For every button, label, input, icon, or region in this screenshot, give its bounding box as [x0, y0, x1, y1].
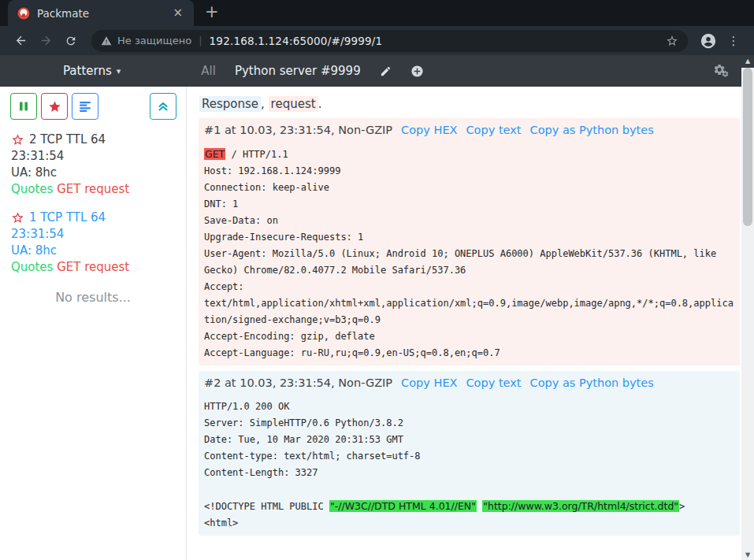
color-legend: Response, request. — [199, 97, 740, 111]
tag-get-request: GET request — [57, 260, 129, 274]
browser-toolbar: Не защищено | 192.168.1.124:65000/#/9999… — [0, 26, 754, 55]
chevron-down-icon: ▾ — [117, 66, 121, 76]
star-outline-icon[interactable] — [11, 211, 24, 224]
browser-tab[interactable]: Packmate × — [8, 0, 194, 26]
plus-circle-icon — [410, 65, 424, 78]
reload-icon — [65, 35, 77, 47]
stream-title: 2 TCP TTL 64 — [29, 132, 106, 148]
stream-list-item-selected[interactable]: 1 TCP TTL 64 23:31:54 UA: 8hc Quotes GET… — [11, 210, 186, 276]
pattern-tabs: All Python server #9999 — [201, 64, 423, 78]
stream-ua: UA: 8hc — [11, 243, 186, 259]
align-left-icon — [79, 101, 91, 112]
url-text[interactable]: 192.168.1.124:65000/#/9999/1 — [210, 35, 659, 47]
streams-sidebar: 2 TCP TTL 64 23:31:54 UA: 8hc Quotes GET… — [0, 87, 187, 560]
address-bar[interactable]: Не защищено | 192.168.1.124:65000/#/9999… — [91, 30, 688, 52]
not-secure-warning-icon[interactable] — [101, 35, 112, 46]
packet-header: #2 at 10.03, 23:31:54, Non-GZIP Copy HEX… — [202, 376, 736, 389]
copy-python-bytes-link[interactable]: Copy as Python bytes — [530, 376, 654, 389]
browser-menu-button[interactable]: ⋮ — [723, 31, 744, 51]
stream-ua: UA: 8hc — [11, 165, 186, 181]
profile-avatar[interactable] — [698, 31, 719, 51]
collapse-list-button[interactable] — [150, 93, 176, 120]
bookmark-star-icon[interactable] — [666, 35, 678, 47]
tag-quotes: Quotes — [11, 182, 53, 196]
stream-toolbar — [0, 93, 186, 120]
packet-payload: HTTP/1.0 200 OK Server: SimpleHTTP/0.6 P… — [202, 399, 736, 532]
tab-all[interactable]: All — [201, 64, 216, 78]
tag-get-request: GET request — [57, 182, 129, 196]
cogs-icon — [713, 63, 730, 79]
pause-icon — [18, 101, 29, 112]
scroll-up-arrow-icon[interactable]: ▲ — [741, 55, 754, 68]
patterns-dropdown[interactable]: Patterns ▾ — [63, 64, 121, 78]
tab-close-icon[interactable]: × — [169, 6, 186, 20]
page-body: 2 TCP TTL 64 23:31:54 UA: 8hc Quotes GET… — [0, 87, 754, 560]
tab-title: Packmate — [37, 7, 169, 20]
copy-text-link[interactable]: Copy text — [466, 376, 522, 389]
stream-title: 1 TCP TTL 64 — [29, 210, 106, 226]
packets-panel: Response, request. #1 at 10.03, 23:31:54… — [187, 87, 754, 560]
copy-hex-link[interactable]: Copy HEX — [401, 124, 457, 136]
stream-time: 23:31:54 — [11, 226, 186, 243]
back-icon — [14, 34, 28, 47]
legend-response: Response — [199, 96, 261, 112]
patterns-label: Patterns — [63, 64, 112, 78]
browser-tab-strip: Packmate × + — [0, 0, 754, 26]
packet-header: #1 at 10.03, 23:31:54, Non-GZIP Copy HEX… — [202, 123, 736, 136]
legend-request: request — [269, 96, 318, 112]
legend-separator: , — [261, 97, 269, 111]
legend-period: . — [318, 97, 322, 111]
add-pattern-button[interactable] — [410, 65, 424, 78]
packet-payload: GET / HTTP/1.1 Host: 192.168.1.124:9999 … — [202, 146, 736, 362]
copy-python-bytes-link[interactable]: Copy as Python bytes — [530, 124, 654, 136]
security-label[interactable]: Не защищено — [117, 35, 191, 46]
back-button[interactable] — [10, 31, 31, 51]
settings-button[interactable] — [713, 63, 730, 79]
stream-tags: Quotes GET request — [11, 259, 186, 276]
app-header: Patterns ▾ All Python server #9999 — [0, 55, 754, 87]
star-icon — [48, 100, 61, 113]
browser-window: Packmate × + Не защищено | 192.168.1.124… — [0, 0, 754, 560]
highlighted-match: "-//W3C//DTD HTML 4.01//EN" — [329, 500, 477, 512]
packmate-favicon — [17, 7, 30, 20]
no-results-message: No results... — [0, 290, 186, 305]
pause-capture-button[interactable] — [10, 93, 37, 120]
copy-text-link[interactable]: Copy text — [466, 124, 522, 136]
star-outline-icon[interactable] — [11, 133, 24, 146]
chevron-double-up-icon — [158, 101, 169, 112]
scrollbar-thumb[interactable] — [743, 68, 752, 226]
highlighted-match: "http://www.w3.org/TR/html4/strict.dtd" — [482, 500, 679, 512]
list-view-button[interactable] — [72, 93, 98, 120]
forward-button[interactable] — [35, 31, 56, 51]
new-tab-button[interactable]: + — [194, 2, 228, 26]
packet-card-request: #1 at 10.03, 23:31:54, Non-GZIP Copy HEX… — [199, 118, 740, 365]
stream-tags: Quotes GET request — [11, 181, 186, 198]
forward-icon — [39, 34, 53, 47]
favorites-filter-button[interactable] — [41, 93, 68, 120]
stream-list-item[interactable]: 2 TCP TTL 64 23:31:54 UA: 8hc Quotes GET… — [11, 132, 186, 198]
address-divider: | — [199, 35, 202, 46]
pencil-icon — [380, 65, 392, 77]
avatar-icon — [700, 32, 717, 50]
edit-pattern-button[interactable] — [380, 65, 392, 77]
stream-time: 23:31:54 — [11, 148, 186, 165]
packet-card-response: #2 at 10.03, 23:31:54, Non-GZIP Copy HEX… — [199, 371, 740, 536]
scroll-down-arrow-icon[interactable]: ▼ — [741, 551, 754, 558]
highlighted-match: GET — [204, 148, 225, 160]
copy-hex-link[interactable]: Copy HEX — [401, 376, 457, 389]
vertical-scrollbar[interactable]: ▲ ▼ — [741, 55, 754, 560]
packet-title: #1 at 10.03, 23:31:54, Non-GZIP — [204, 124, 392, 136]
packet-title: #2 at 10.03, 23:31:54, Non-GZIP — [204, 376, 392, 389]
tag-quotes: Quotes — [11, 260, 53, 274]
reload-button[interactable] — [61, 31, 81, 51]
tab-current-pattern[interactable]: Python server #9999 — [235, 64, 361, 78]
